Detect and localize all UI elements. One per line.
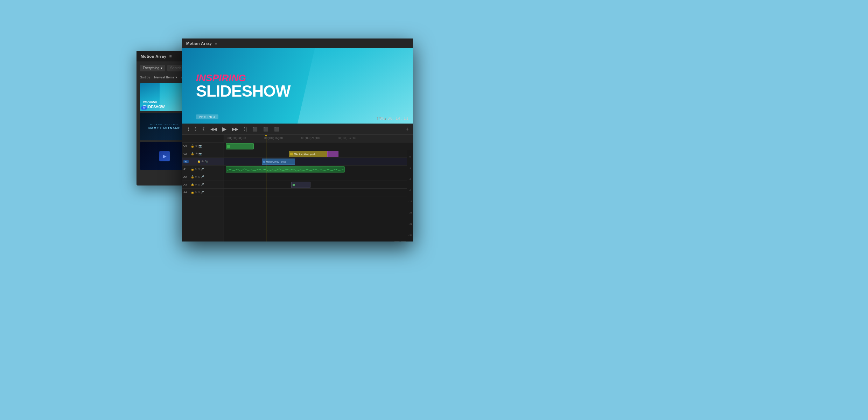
solo-icon-a3[interactable]: S bbox=[198, 183, 200, 186]
lock-icon-a4[interactable]: 🔒 bbox=[191, 191, 194, 194]
pro-badge: PRE PRO bbox=[196, 114, 218, 119]
mic-icon-a1[interactable]: 🎤 bbox=[201, 168, 204, 171]
audio-waveform-a1[interactable] bbox=[226, 166, 345, 173]
camera-icon-v2[interactable]: 📷 bbox=[198, 152, 202, 155]
timecode-mark-4: 00;00;32;00 bbox=[338, 137, 356, 140]
timeline-labels: V3 🔒 👁 📷 V2 🔒 👁 📷 bbox=[182, 142, 224, 241]
lock-icon-a1[interactable]: 🔒 bbox=[191, 168, 194, 171]
mute-icon-a4[interactable]: M bbox=[195, 191, 197, 194]
slideshow-text: SLIDESHOW bbox=[196, 83, 290, 99]
track-label-a2: A2 🔒 M S 🎤 bbox=[182, 173, 224, 181]
timeline-ruler: 00;00;08;00 00;00;16;00 00;00;24;00 00;0… bbox=[224, 135, 413, 142]
inspiring-text: INSPIRING bbox=[196, 73, 290, 83]
track-row-a3 bbox=[224, 181, 413, 189]
timeline-body: V3 🔒 👁 📷 V2 🔒 👁 📷 bbox=[182, 142, 413, 241]
add-button[interactable]: + bbox=[406, 126, 409, 132]
timeline-area: 00;00;08;00 00;00;16;00 00;00;24;00 00;0… bbox=[182, 135, 413, 241]
preview-area: INSPIRING SLIDESHOW PRE PRO 1/2 ▾ 00;00;… bbox=[182, 48, 413, 124]
thumbnail-3[interactable]: DIGITAL SPECIES NAME LASTNAME bbox=[140, 113, 189, 140]
track-row-a1 bbox=[224, 166, 413, 173]
track-label-a3: A3 🔒 M S 🎤 bbox=[182, 181, 224, 189]
track-row-v1: MotionArray_246s bbox=[224, 158, 413, 166]
lock-icon-a2[interactable]: 🔒 bbox=[191, 175, 194, 178]
sort-dropdown[interactable]: Newest Items ▾ bbox=[154, 76, 177, 79]
lock-icon-v2[interactable]: 🔒 bbox=[191, 152, 194, 155]
s-buttons: S S bbox=[394, 241, 406, 242]
timeline-labels-spacer bbox=[182, 135, 224, 142]
volume-meter: 0 -3 -6 -9 -15 -24 -31 -36 bbox=[407, 150, 413, 241]
pr-badge: Pr bbox=[141, 106, 147, 110]
track-row-a4 bbox=[224, 189, 413, 196]
frame-back-button[interactable]: ◀◀ bbox=[209, 126, 218, 132]
timecode-mark-2: 00;00;16;00 bbox=[264, 137, 283, 140]
thumbnail-1[interactable]: INSPIRING SLIDESHOW Pr bbox=[140, 83, 189, 111]
lock-icon-v3[interactable]: 🔒 bbox=[191, 145, 194, 148]
panel-back-menu-icon[interactable]: ≡ bbox=[169, 54, 172, 59]
playhead-line bbox=[266, 142, 266, 241]
s-button-2[interactable]: S bbox=[401, 241, 406, 242]
timeline-tracks: MA_transition_pack MotionArray_246s bbox=[224, 142, 413, 241]
preview-image: INSPIRING SLIDESHOW PRE PRO bbox=[182, 48, 413, 124]
track-label-v3: V3 🔒 👁 📷 bbox=[182, 142, 224, 150]
track-label-a1: A1 🔒 M S 🎤 bbox=[182, 166, 224, 173]
step-back-button[interactable]: ⟪ bbox=[201, 126, 206, 132]
settings-button[interactable]: ⬛ bbox=[273, 126, 281, 132]
track-row-a2 bbox=[224, 173, 413, 181]
panel-back-title: Motion Array bbox=[141, 54, 166, 58]
visibility-icon-v3[interactable]: 👁 bbox=[195, 145, 198, 148]
mic-icon-a2[interactable]: 🎤 bbox=[201, 175, 204, 178]
timecode-display: 00;00;14;11 bbox=[379, 116, 409, 121]
main-panel-title: Motion Array bbox=[186, 41, 212, 46]
name-lastname-text: DIGITAL SPECIES NAME LASTNAME bbox=[148, 124, 181, 130]
lock-icon-v1[interactable]: 🔒 bbox=[197, 160, 201, 163]
step-forward-button[interactable]: ⟩| bbox=[243, 126, 248, 132]
go-to-start-button[interactable]: ⟨ bbox=[186, 126, 191, 132]
export-button[interactable]: ⬛ bbox=[262, 126, 270, 132]
go-to-end-button[interactable]: ⟩ bbox=[194, 126, 198, 132]
sort-label: Sort by bbox=[140, 76, 150, 79]
solo-icon-a2[interactable]: S bbox=[198, 175, 200, 178]
play-button[interactable]: ▶ bbox=[221, 125, 228, 133]
camera-icon-v1[interactable]: 📷 bbox=[205, 160, 208, 163]
mic-icon-a3[interactable]: 🎤 bbox=[201, 183, 204, 186]
mute-icon-a3[interactable]: M bbox=[195, 183, 197, 186]
clip-v2-purple[interactable] bbox=[327, 151, 338, 157]
clip-ma-transition[interactable]: MA_transition_pack bbox=[289, 151, 329, 157]
s-button-1[interactable]: S bbox=[394, 241, 399, 242]
frame-forward-button[interactable]: ▶▶ bbox=[231, 126, 240, 132]
clip-motionarray[interactable]: MotionArray_246s bbox=[262, 159, 295, 165]
lock-icon-a3[interactable]: 🔒 bbox=[191, 183, 194, 186]
mute-icon-a1[interactable]: M bbox=[195, 168, 197, 171]
solo-icon-a1[interactable]: S bbox=[198, 168, 200, 171]
main-panel-header: Motion Array ≡ bbox=[182, 38, 413, 48]
playback-controls: ⟨ ⟩ ⟪ ◀◀ ▶ ▶▶ ⟩| ⬛ ⬛ ⬛ + bbox=[182, 124, 413, 135]
clip-v3-1[interactable] bbox=[226, 143, 254, 149]
track-label-a4: A4 🔒 M S 🎤 bbox=[182, 189, 224, 196]
track-label-v2: V2 🔒 👁 📷 bbox=[182, 150, 224, 158]
category-dropdown[interactable]: Everything ▾ bbox=[140, 65, 165, 71]
camera-icon-v3[interactable]: 📷 bbox=[198, 145, 202, 148]
thumbnail-5[interactable]: PLAY ▶ bbox=[140, 142, 189, 170]
track-row-v2: MA_transition_pack bbox=[224, 150, 413, 158]
preview-text-overlay: INSPIRING SLIDESHOW bbox=[196, 73, 290, 99]
main-panel-menu-icon[interactable]: ≡ bbox=[215, 41, 217, 46]
timecode-mark-1: 00;00;08;00 bbox=[227, 137, 246, 140]
solo-icon-a4[interactable]: S bbox=[198, 191, 200, 194]
v1-active-badge: V1 bbox=[183, 160, 189, 163]
visibility-icon-v2[interactable]: 👁 bbox=[195, 152, 198, 155]
visibility-icon-v1[interactable]: 👁 bbox=[201, 160, 204, 163]
clip-a3-1[interactable] bbox=[291, 182, 310, 188]
track-label-v1: V1 🔒 👁 📷 bbox=[182, 158, 224, 166]
mic-icon-a4[interactable]: 🎤 bbox=[201, 191, 204, 194]
mute-icon-a2[interactable]: M bbox=[195, 175, 197, 178]
category-dropdown-label: Everything bbox=[143, 66, 159, 70]
timecode-mark-3: 00;00;24;00 bbox=[301, 137, 320, 140]
track-row-v3 bbox=[224, 142, 413, 150]
loop-button[interactable]: ⬛ bbox=[251, 126, 259, 132]
timeline-header: 00;00;08;00 00;00;16;00 00;00;24;00 00;0… bbox=[182, 135, 413, 142]
chevron-down-icon: ▾ bbox=[161, 66, 162, 70]
main-panel: Motion Array ≡ INSPIRING SLIDESHOW PRE P… bbox=[182, 38, 413, 241]
